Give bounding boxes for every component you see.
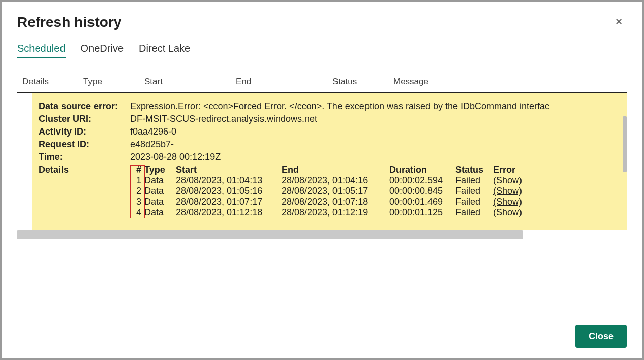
dr-duration: 00:00:01.469 xyxy=(389,197,455,207)
dr-type: Data xyxy=(144,175,176,186)
col-message: Message xyxy=(393,77,622,87)
dr-start: 28/08/2023, 01:07:17 xyxy=(176,197,282,207)
history-table-header: Details Type Start End Status Message xyxy=(17,73,627,93)
dr-end: 28/08/2023, 01:04:16 xyxy=(282,175,389,186)
horizontal-scrollbar[interactable] xyxy=(17,230,523,239)
label-request-id: Request ID: xyxy=(39,139,130,150)
dr-type: Data xyxy=(144,186,176,197)
dr-num: 3 xyxy=(130,197,144,207)
details-table-header: # Type Start End Duration Status Error xyxy=(130,165,620,175)
dr-status: Failed xyxy=(455,207,493,218)
tab-direct-lake[interactable]: Direct Lake xyxy=(139,43,190,58)
close-icon[interactable]: ✕ xyxy=(611,14,627,29)
dh-num: # xyxy=(130,165,144,175)
show-error-link[interactable]: (Show) xyxy=(493,186,522,196)
panel-vertical-scrollbar[interactable] xyxy=(623,116,627,172)
dialog-title: Refresh history xyxy=(17,14,121,30)
show-error-link[interactable]: (Show) xyxy=(493,175,522,185)
value-request-id: e48d25b7- xyxy=(130,139,620,150)
dr-end: 28/08/2023, 01:12:19 xyxy=(282,207,389,218)
dr-start: 28/08/2023, 01:12:18 xyxy=(176,207,282,218)
dh-start: Start xyxy=(176,165,282,175)
col-status: Status xyxy=(332,77,393,87)
dr-start: 28/08/2023, 01:05:16 xyxy=(176,186,282,197)
value-data-source-error: Expression.Error: <ccon>Forced Error. </… xyxy=(130,101,620,112)
dr-num: 2 xyxy=(130,186,144,197)
dh-status: Status xyxy=(455,165,493,175)
dh-type: Type xyxy=(144,165,176,175)
dr-status: Failed xyxy=(455,197,493,207)
dr-duration: 00:00:02.594 xyxy=(389,175,455,186)
show-error-link[interactable]: (Show) xyxy=(493,207,522,217)
tab-onedrive[interactable]: OneDrive xyxy=(81,43,124,58)
col-start: Start xyxy=(144,77,236,87)
label-activity-id: Activity ID: xyxy=(39,126,130,137)
dr-end: 28/08/2023, 01:07:18 xyxy=(282,197,389,207)
dr-status: Failed xyxy=(455,175,493,186)
error-details-panel: ⓘ Data source error: Expression.Error: <… xyxy=(17,93,627,239)
details-row: 1Data28/08/2023, 01:04:1328/08/2023, 01:… xyxy=(130,175,620,186)
label-details: Details xyxy=(39,165,130,218)
dr-num: 4 xyxy=(130,207,144,218)
dr-type: Data xyxy=(144,197,176,207)
dh-error: Error xyxy=(493,165,534,175)
dr-type: Data xyxy=(144,207,176,218)
col-details: Details xyxy=(22,77,83,87)
details-row: 3Data28/08/2023, 01:07:1728/08/2023, 01:… xyxy=(130,197,620,207)
show-error-link[interactable]: (Show) xyxy=(493,197,522,207)
dh-duration: Duration xyxy=(389,165,455,175)
dr-num: 1 xyxy=(130,175,144,186)
value-cluster-uri: DF-MSIT-SCUS-redirect.analysis.windows.n… xyxy=(130,114,620,124)
dr-end: 28/08/2023, 01:05:17 xyxy=(282,186,389,197)
tab-bar: Scheduled OneDrive Direct Lake xyxy=(17,43,627,58)
dr-status: Failed xyxy=(455,186,493,197)
details-row: 2Data28/08/2023, 01:05:1628/08/2023, 01:… xyxy=(130,186,620,197)
close-button[interactable]: Close xyxy=(575,325,627,348)
value-activity-id: f0aa4296-0 xyxy=(130,126,620,137)
details-row: 4Data28/08/2023, 01:12:1828/08/2023, 01:… xyxy=(130,207,620,218)
label-cluster-uri: Cluster URI: xyxy=(39,114,130,124)
dr-duration: 00:00:01.125 xyxy=(389,207,455,218)
tab-scheduled[interactable]: Scheduled xyxy=(17,43,66,58)
col-type: Type xyxy=(83,77,144,87)
label-time: Time: xyxy=(39,152,130,162)
dr-duration: 00:00:00.845 xyxy=(389,186,455,197)
refresh-history-dialog: Refresh history ✕ Scheduled OneDrive Dir… xyxy=(0,0,644,360)
value-time: 2023-08-28 00:12:19Z xyxy=(130,152,620,162)
dr-start: 28/08/2023, 01:04:13 xyxy=(176,175,282,186)
dh-end: End xyxy=(282,165,389,175)
col-end: End xyxy=(236,77,332,87)
label-data-source-error: Data source error: xyxy=(39,101,130,112)
